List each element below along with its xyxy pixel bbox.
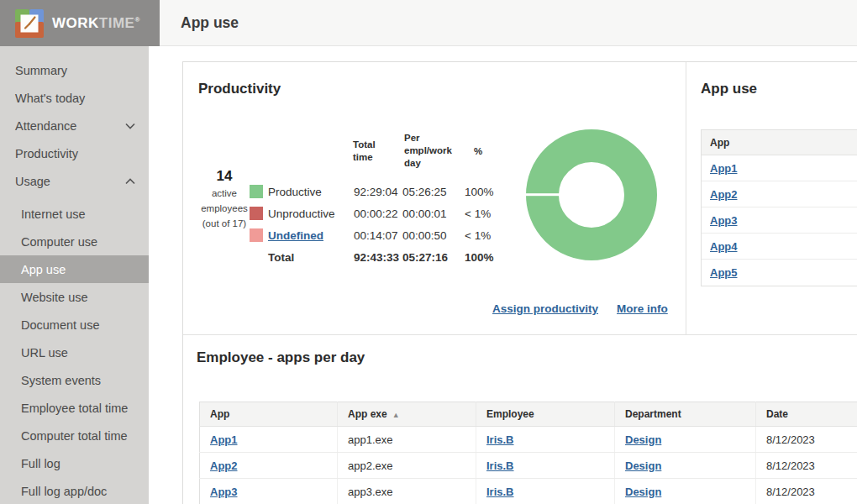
column-header-percent: % [474, 145, 482, 158]
employee-link[interactable]: Iris.B [486, 433, 514, 446]
sidebar-item-whats-today[interactable]: What's today [0, 84, 149, 112]
sidebar-item-system-events[interactable]: System events [0, 366, 149, 394]
app-row: App1 [702, 155, 857, 181]
chevron-up-icon [125, 178, 135, 185]
app-link[interactable]: App1 [210, 433, 238, 446]
sidebar-item-computer-use[interactable]: Computer use [0, 228, 149, 255]
app-exe-cell: app3.exe [338, 479, 476, 504]
table-row: App3 app3.exe Iris.B Design 8/12/2023 [200, 479, 857, 504]
productivity-stats-table: Productive 92:29:04 05:26:25 100% Unprod… [250, 181, 507, 268]
employee-link[interactable]: Iris.B [486, 459, 514, 472]
app5-link[interactable]: App5 [710, 266, 738, 279]
department-link[interactable]: Design [625, 459, 661, 472]
unproductive-legend-swatch [250, 207, 263, 220]
brand-wordmark: WORKTIME® [52, 15, 140, 32]
app-column-header: App [702, 130, 857, 155]
column-header-total-time: Total time [353, 139, 386, 164]
app-use-table: App App1 App2 App3 App4 App5 [701, 129, 857, 286]
app-exe-cell: app1.exe [338, 427, 476, 453]
sidebar-item-website-use[interactable]: Website use [0, 283, 149, 311]
app-exe-cell: app2.exe [338, 453, 476, 479]
sidebar-item-app-use[interactable]: App use [0, 255, 149, 283]
employee-link[interactable]: Iris.B [486, 486, 514, 498]
sort-ascending-icon: ▲ [392, 411, 400, 419]
table-row: App2 app2.exe Iris.B Design 8/12/2023 [200, 453, 857, 479]
column-header-app-exe[interactable]: App exe▲ [338, 402, 476, 427]
worktime-clock-icon [15, 9, 44, 38]
app-row: App4 [702, 234, 857, 260]
app4-link[interactable]: App4 [710, 240, 738, 253]
table-header-row: App App exe▲ Employee Department Date [200, 402, 857, 427]
productivity-donut-chart [526, 129, 657, 260]
productivity-panel-title: Productivity [198, 81, 281, 97]
sidebar-item-document-use[interactable]: Document use [0, 311, 149, 339]
stat-row-unproductive: Unproductive 00:00:22 00:00:01 < 1% [250, 202, 507, 224]
stat-row-undefined: Undefined 00:14:07 00:00:50 < 1% [250, 224, 507, 246]
app-use-panel-title: App use [701, 81, 757, 97]
app-row: App5 [702, 260, 857, 286]
stat-row-productive: Productive 92:29:04 05:26:25 100% [250, 181, 507, 202]
main-content-panel: Productivity 14 active employees (out of… [182, 61, 857, 504]
date-cell: 8/12/2023 [756, 427, 857, 453]
sidebar-item-computer-total-time[interactable]: Computer total time [0, 422, 149, 449]
sidebar-item-full-log[interactable]: Full log [0, 449, 149, 477]
app2-link[interactable]: App2 [710, 188, 738, 201]
section-divider [183, 334, 857, 335]
more-info-link[interactable]: More info [617, 302, 668, 315]
employee-apps-per-day-title: Employee - apps per day [197, 349, 365, 366]
sidebar-item-productivity[interactable]: Productivity [0, 139, 149, 167]
top-header-bar: App use [160, 0, 857, 46]
table-row: App1 app1.exe Iris.B Design 8/12/2023 [200, 427, 857, 453]
app-link[interactable]: App3 [210, 486, 238, 498]
productive-legend-swatch [250, 185, 263, 198]
employee-apps-table: App App exe▲ Employee Department Date Ap… [199, 402, 857, 504]
undefined-legend-swatch [250, 228, 263, 242]
column-header-employee[interactable]: Employee [476, 402, 615, 427]
app-link[interactable]: App2 [210, 459, 238, 472]
column-header-per-empl-work-day: Per empl/work day [404, 132, 460, 170]
undefined-link[interactable]: Undefined [268, 229, 323, 242]
date-cell: 8/12/2023 [756, 453, 857, 479]
sidebar-item-internet-use[interactable]: Internet use [0, 200, 149, 228]
assign-productivity-link[interactable]: Assign productivity [492, 302, 598, 315]
app-logo-block: WORKTIME® [0, 0, 160, 46]
panel-divider [686, 62, 686, 334]
sidebar-nav: Summary What's today Attendance Producti… [0, 46, 149, 504]
chevron-down-icon [125, 123, 135, 129]
department-link[interactable]: Design [625, 486, 661, 498]
sidebar-item-employee-total-time[interactable]: Employee total time [0, 394, 149, 422]
date-cell: 8/12/2023 [756, 479, 857, 504]
app-row: App3 [702, 207, 857, 234]
stat-row-total: Total 92:43:33 05:27:16 100% [250, 246, 507, 268]
department-link[interactable]: Design [625, 433, 661, 446]
app-row: App2 [702, 181, 857, 207]
page-title: App use [181, 14, 239, 32]
column-header-app[interactable]: App [200, 402, 338, 427]
column-header-department[interactable]: Department [615, 402, 756, 427]
sidebar-item-full-log-app-doc[interactable]: Full log app/doc [0, 477, 149, 504]
column-header-date[interactable]: Date [756, 402, 857, 427]
sidebar-item-url-use[interactable]: URL use [0, 339, 149, 366]
app1-link[interactable]: App1 [710, 162, 738, 175]
sidebar-item-attendance[interactable]: Attendance [0, 112, 149, 139]
sidebar-item-summary[interactable]: Summary [0, 56, 149, 84]
sidebar-item-usage[interactable]: Usage [0, 167, 149, 195]
app3-link[interactable]: App3 [710, 214, 738, 227]
